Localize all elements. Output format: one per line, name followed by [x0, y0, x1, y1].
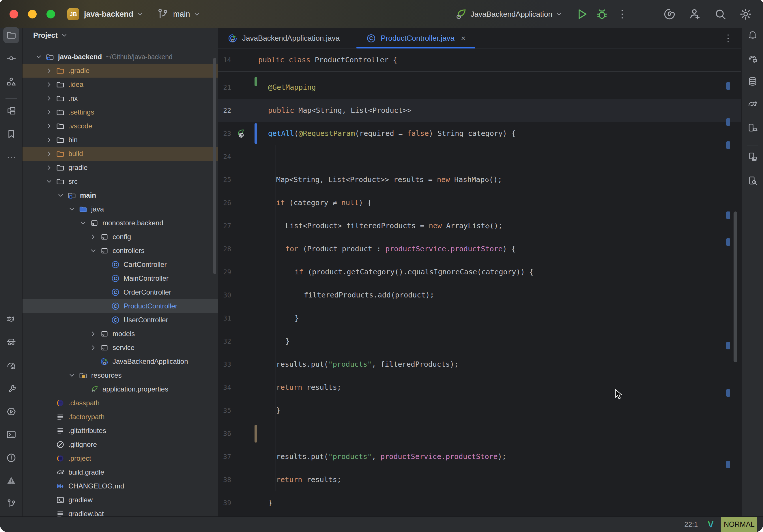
chevron-right-icon[interactable]	[89, 233, 97, 241]
toolwindow-button-profiler[interactable]	[3, 358, 19, 374]
chevron-right-icon[interactable]	[45, 136, 53, 144]
tree-item-models[interactable]: models	[23, 327, 218, 341]
toolwindow-button-database[interactable]	[744, 73, 761, 89]
code-line-38[interactable]: 38return results;	[218, 468, 741, 491]
toolwindow-button-services[interactable]	[3, 404, 19, 420]
chevron-right-icon[interactable]	[45, 67, 53, 74]
code-line-22[interactable]: 22public Map<String, List<Product>>	[218, 99, 741, 122]
tree-item-bin[interactable]: bin	[23, 133, 218, 147]
kebab-menu-icon[interactable]	[616, 8, 628, 21]
code-line-14[interactable]: 14public class ProductController {	[218, 49, 741, 71]
code-line-25[interactable]: 25Map<String, List<Product>> results = n…	[218, 168, 741, 191]
debug-icon[interactable]	[596, 8, 608, 21]
toolwindow-button-build[interactable]	[3, 103, 19, 119]
tree-item--vscode[interactable]: .vscode	[23, 119, 218, 133]
tree-item-gradlew-bat[interactable]: gradlew.bat	[23, 507, 218, 516]
tree-item-gradle[interactable]: gradle	[23, 161, 218, 174]
run-configuration-select[interactable]: JavaBackendApplication	[471, 10, 552, 19]
tree-item-resources[interactable]: resources	[23, 369, 218, 382]
tree-item-usercontroller[interactable]: CUserController	[23, 313, 218, 327]
code-line-28[interactable]: 28for (Product product : productService.…	[218, 238, 741, 261]
error-stripe-changed-mark[interactable]	[726, 118, 730, 126]
chevron-down-icon[interactable]	[89, 247, 97, 255]
code-line-29[interactable]: 29if (product.getCategory().equalsIgnore…	[218, 261, 741, 283]
code-editor[interactable]: 21@GetMapping22public Map<String, List<P…	[218, 72, 741, 516]
chevron-down-icon[interactable]	[68, 205, 76, 213]
code-line-21[interactable]: 21@GetMapping	[218, 76, 741, 99]
run-icon[interactable]	[576, 8, 588, 21]
toolwindow-button-build-tools[interactable]	[3, 380, 19, 397]
vcs-whitespace-marker[interactable]	[255, 425, 257, 443]
toolwindow-button-device-mirror[interactable]	[744, 149, 761, 165]
chevron-down-icon[interactable]	[45, 178, 53, 185]
settings-gear-icon[interactable]	[739, 8, 752, 21]
toolwindow-button-incognito[interactable]	[3, 334, 19, 350]
project-name-menu[interactable]: java-backend	[84, 10, 133, 19]
code-line-35[interactable]: 35}	[218, 399, 741, 422]
project-panel-title[interactable]: Project	[33, 31, 58, 40]
tree-item-monostore-backend[interactable]: monostore.backend	[23, 216, 218, 230]
error-stripe-changed-mark[interactable]	[726, 389, 730, 397]
code-line-23[interactable]: 23getAll(@RequestParam(required = false)…	[218, 122, 741, 145]
project-avatar[interactable]: JB	[67, 8, 79, 20]
toolwindow-button-commit[interactable]	[3, 50, 19, 66]
project-tree-scrollbar[interactable]	[213, 58, 216, 274]
toolwindow-button-copilot-cat[interactable]	[3, 312, 19, 328]
search-icon[interactable]	[714, 8, 727, 21]
tree-item-main[interactable]: main	[23, 188, 218, 202]
tree-item-build[interactable]: build	[23, 147, 218, 161]
tree-item--idea[interactable]: .idea	[23, 78, 218, 91]
chevron-right-icon[interactable]	[45, 81, 53, 88]
tree-item-maincontroller[interactable]: CMainController	[23, 271, 218, 285]
chevron-down-icon[interactable]	[68, 372, 76, 379]
vim-mode-badge[interactable]: NORMAL	[721, 517, 757, 532]
chevron-right-icon[interactable]	[89, 330, 97, 338]
close-tab-icon[interactable]: ×	[461, 34, 466, 43]
vcs-modified-marker[interactable]	[255, 123, 257, 144]
toolwindow-button-bookmarks[interactable]	[3, 126, 19, 142]
code-line-26[interactable]: 26if (category ≠ null) {	[218, 191, 741, 214]
chevron-right-icon[interactable]	[45, 150, 53, 158]
error-stripe-changed-mark[interactable]	[726, 461, 730, 468]
error-stripe-changed-mark[interactable]	[726, 238, 730, 246]
tree-item--settings[interactable]: .settings	[23, 105, 218, 119]
tree-item-cartcontroller[interactable]: CCartController	[23, 258, 218, 271]
tab-productcontroller[interactable]: C ProductController.java ×	[356, 28, 475, 49]
code-line-39[interactable]: 39}	[218, 491, 741, 514]
chevron-right-icon[interactable]	[45, 122, 53, 130]
code-line-36[interactable]: 36	[218, 422, 741, 445]
code-line-27[interactable]: 27List<Product> filteredProducts = new A…	[218, 214, 741, 238]
toolwindow-button-git-branch[interactable]	[3, 495, 19, 511]
error-stripe-changed-mark[interactable]	[726, 211, 730, 219]
error-stripe-changed-mark[interactable]	[726, 82, 730, 90]
toolwindow-button-structure[interactable]	[3, 73, 19, 90]
tree-item--nx[interactable]: .nx	[23, 91, 218, 105]
tree-item-service[interactable]: service	[23, 341, 218, 355]
ideavim-icon[interactable]: V	[708, 519, 714, 530]
toolwindow-button-notifications[interactable]	[744, 27, 761, 43]
chevron-right-icon[interactable]	[45, 108, 53, 116]
tree-item--gitignore[interactable]: .gitignore	[23, 438, 218, 452]
code-line-34[interactable]: 34return results;	[218, 376, 741, 399]
tree-item--factorypath[interactable]: .factorypath	[23, 410, 218, 424]
toolwindow-button-more-tool-windows[interactable]	[3, 149, 19, 165]
toolwindow-button-running-devices[interactable]	[744, 120, 761, 136]
minimize-window-button[interactable]	[28, 10, 37, 19]
error-stripe-changed-mark[interactable]	[726, 342, 730, 349]
code-line-24[interactable]: 24	[218, 145, 741, 168]
ai-assistant-icon[interactable]	[663, 8, 676, 21]
tree-item--gitattributes[interactable]: .gitattributes	[23, 424, 218, 438]
tree-item-application-properties[interactable]: application.properties	[23, 382, 218, 396]
tree-item--gradle[interactable]: .gradle	[23, 64, 218, 78]
chevron-down-icon[interactable]	[35, 53, 43, 60]
toolwindow-button-ai-assistant-chat[interactable]	[744, 51, 761, 67]
code-line-32[interactable]: 32}	[218, 330, 741, 353]
chevron-down-icon[interactable]	[79, 219, 87, 227]
chevron-right-icon[interactable]	[45, 164, 53, 171]
code-line-30[interactable]: 30filteredProducts.add(product);	[218, 283, 741, 307]
tree-item--classpath[interactable]: .classpath	[23, 396, 218, 410]
caret-position[interactable]: 22:1	[685, 520, 698, 529]
toolwindow-button-gradle[interactable]	[744, 96, 761, 112]
tree-item-changelog-md[interactable]: MCHANGELOG.md	[23, 479, 218, 493]
fullscreen-window-button[interactable]	[47, 10, 55, 19]
